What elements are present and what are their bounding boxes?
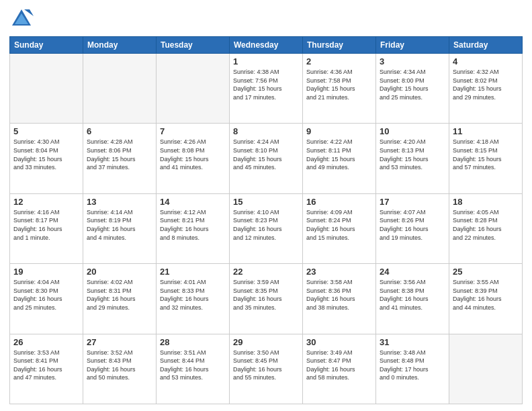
day-number: 25	[453, 267, 519, 277]
logo-icon	[9, 7, 34, 31]
day-number: 17	[380, 197, 445, 207]
calendar-cell: 14Sunrise: 4:12 AM Sunset: 8:21 PM Dayli…	[157, 193, 230, 263]
day-info: Sunrise: 4:18 AM Sunset: 8:15 PM Dayligh…	[453, 138, 519, 171]
day-number: 24	[380, 267, 445, 277]
day-number: 23	[306, 267, 372, 277]
day-info: Sunrise: 4:05 AM Sunset: 8:28 PM Dayligh…	[453, 208, 519, 242]
page: SundayMondayTuesdayWednesdayThursdayFrid…	[0, 0, 532, 411]
calendar-cell: 26Sunrise: 3:53 AM Sunset: 8:41 PM Dayli…	[10, 334, 83, 404]
day-number: 18	[453, 197, 519, 207]
calendar-cell: 21Sunrise: 4:01 AM Sunset: 8:33 PM Dayli…	[157, 264, 230, 334]
week-row-2: 5Sunrise: 4:30 AM Sunset: 8:04 PM Daylig…	[10, 124, 523, 193]
header-row: SundayMondayTuesdayWednesdayThursdayFrid…	[10, 37, 523, 54]
day-number: 5	[13, 126, 79, 136]
day-info: Sunrise: 4:10 AM Sunset: 8:23 PM Dayligh…	[233, 208, 299, 242]
calendar-cell: 25Sunrise: 3:55 AM Sunset: 8:39 PM Dayli…	[449, 264, 523, 334]
calendar-cell: 24Sunrise: 3:56 AM Sunset: 8:38 PM Dayli…	[376, 264, 449, 334]
day-number: 8	[233, 126, 299, 136]
day-info: Sunrise: 4:22 AM Sunset: 8:11 PM Dayligh…	[306, 138, 372, 171]
calendar-cell: 7Sunrise: 4:26 AM Sunset: 8:08 PM Daylig…	[157, 124, 230, 193]
day-info: Sunrise: 4:14 AM Sunset: 8:19 PM Dayligh…	[87, 208, 152, 242]
calendar-cell: 2Sunrise: 4:36 AM Sunset: 7:58 PM Daylig…	[303, 54, 376, 124]
day-header-monday: Monday	[83, 37, 157, 54]
day-info: Sunrise: 3:50 AM Sunset: 8:45 PM Dayligh…	[233, 349, 299, 382]
day-number: 14	[160, 197, 226, 207]
week-row-3: 12Sunrise: 4:16 AM Sunset: 8:17 PM Dayli…	[10, 193, 523, 263]
day-number: 21	[160, 267, 226, 277]
day-header-thursday: Thursday	[303, 37, 376, 54]
svg-marker-2	[24, 9, 34, 16]
day-number: 6	[87, 126, 152, 136]
day-info: Sunrise: 3:58 AM Sunset: 8:36 PM Dayligh…	[306, 278, 372, 312]
day-info: Sunrise: 4:12 AM Sunset: 8:21 PM Dayligh…	[160, 208, 226, 242]
day-info: Sunrise: 4:20 AM Sunset: 8:13 PM Dayligh…	[380, 138, 445, 171]
calendar-cell: 17Sunrise: 4:07 AM Sunset: 8:26 PM Dayli…	[376, 193, 449, 263]
day-info: Sunrise: 4:30 AM Sunset: 8:04 PM Dayligh…	[13, 138, 79, 171]
day-info: Sunrise: 3:48 AM Sunset: 8:48 PM Dayligh…	[380, 349, 445, 382]
day-info: Sunrise: 4:16 AM Sunset: 8:17 PM Dayligh…	[13, 208, 79, 242]
calendar-cell: 31Sunrise: 3:48 AM Sunset: 8:48 PM Dayli…	[376, 334, 449, 404]
day-header-friday: Friday	[376, 37, 449, 54]
day-number: 15	[233, 197, 299, 207]
calendar-cell: 1Sunrise: 4:38 AM Sunset: 7:56 PM Daylig…	[230, 54, 303, 124]
day-number: 1	[233, 56, 299, 66]
calendar-cell: 19Sunrise: 4:04 AM Sunset: 8:30 PM Dayli…	[10, 264, 83, 334]
calendar-cell: 27Sunrise: 3:52 AM Sunset: 8:43 PM Dayli…	[83, 334, 157, 404]
calendar-cell	[10, 54, 83, 124]
calendar-cell: 4Sunrise: 4:32 AM Sunset: 8:02 PM Daylig…	[449, 54, 523, 124]
day-number: 22	[233, 267, 299, 277]
calendar-cell: 5Sunrise: 4:30 AM Sunset: 8:04 PM Daylig…	[10, 124, 83, 193]
day-number: 10	[380, 126, 445, 136]
day-number: 3	[380, 56, 445, 66]
day-number: 2	[306, 56, 372, 66]
day-info: Sunrise: 3:51 AM Sunset: 8:44 PM Dayligh…	[160, 349, 226, 382]
day-number: 20	[87, 267, 152, 277]
calendar-cell: 29Sunrise: 3:50 AM Sunset: 8:45 PM Dayli…	[230, 334, 303, 404]
day-info: Sunrise: 4:32 AM Sunset: 8:02 PM Dayligh…	[453, 68, 519, 101]
calendar-cell: 12Sunrise: 4:16 AM Sunset: 8:17 PM Dayli…	[10, 193, 83, 263]
day-info: Sunrise: 4:07 AM Sunset: 8:26 PM Dayligh…	[380, 208, 445, 242]
day-info: Sunrise: 3:52 AM Sunset: 8:43 PM Dayligh…	[87, 349, 152, 382]
day-header-sunday: Sunday	[10, 37, 83, 54]
calendar-cell: 28Sunrise: 3:51 AM Sunset: 8:44 PM Dayli…	[157, 334, 230, 404]
day-info: Sunrise: 3:53 AM Sunset: 8:41 PM Dayligh…	[13, 349, 79, 382]
calendar-cell: 22Sunrise: 3:59 AM Sunset: 8:35 PM Dayli…	[230, 264, 303, 334]
day-number: 4	[453, 56, 519, 66]
day-number: 30	[306, 337, 372, 347]
calendar-cell: 13Sunrise: 4:14 AM Sunset: 8:19 PM Dayli…	[83, 193, 157, 263]
day-header-tuesday: Tuesday	[157, 37, 230, 54]
week-row-1: 1Sunrise: 4:38 AM Sunset: 7:56 PM Daylig…	[10, 54, 523, 124]
day-number: 16	[306, 197, 372, 207]
day-number: 29	[233, 337, 299, 347]
day-info: Sunrise: 4:38 AM Sunset: 7:56 PM Dayligh…	[233, 68, 299, 101]
day-number: 27	[87, 337, 152, 347]
day-info: Sunrise: 3:59 AM Sunset: 8:35 PM Dayligh…	[233, 278, 299, 312]
day-number: 26	[13, 337, 79, 347]
day-number: 7	[160, 126, 226, 136]
day-info: Sunrise: 4:02 AM Sunset: 8:31 PM Dayligh…	[87, 278, 152, 312]
day-number: 19	[13, 267, 79, 277]
calendar-cell: 30Sunrise: 3:49 AM Sunset: 8:47 PM Dayli…	[303, 334, 376, 404]
day-info: Sunrise: 4:01 AM Sunset: 8:33 PM Dayligh…	[160, 278, 226, 312]
week-row-5: 26Sunrise: 3:53 AM Sunset: 8:41 PM Dayli…	[10, 334, 523, 404]
day-info: Sunrise: 4:09 AM Sunset: 8:24 PM Dayligh…	[306, 208, 372, 242]
day-info: Sunrise: 4:04 AM Sunset: 8:30 PM Dayligh…	[13, 278, 79, 312]
calendar-cell	[157, 54, 230, 124]
day-info: Sunrise: 4:34 AM Sunset: 8:00 PM Dayligh…	[380, 68, 445, 101]
day-header-wednesday: Wednesday	[230, 37, 303, 54]
calendar-cell	[449, 334, 523, 404]
day-number: 31	[380, 337, 445, 347]
day-number: 9	[306, 126, 372, 136]
logo	[9, 7, 36, 31]
day-info: Sunrise: 4:26 AM Sunset: 8:08 PM Dayligh…	[160, 138, 226, 171]
day-header-saturday: Saturday	[449, 37, 523, 54]
calendar-cell: 23Sunrise: 3:58 AM Sunset: 8:36 PM Dayli…	[303, 264, 376, 334]
day-number: 13	[87, 197, 152, 207]
calendar-cell: 20Sunrise: 4:02 AM Sunset: 8:31 PM Dayli…	[83, 264, 157, 334]
day-info: Sunrise: 4:36 AM Sunset: 7:58 PM Dayligh…	[306, 68, 372, 101]
day-info: Sunrise: 3:56 AM Sunset: 8:38 PM Dayligh…	[380, 278, 445, 312]
calendar-cell: 15Sunrise: 4:10 AM Sunset: 8:23 PM Dayli…	[230, 193, 303, 263]
calendar-cell: 18Sunrise: 4:05 AM Sunset: 8:28 PM Dayli…	[449, 193, 523, 263]
calendar-cell: 10Sunrise: 4:20 AM Sunset: 8:13 PM Dayli…	[376, 124, 449, 193]
day-number: 12	[13, 197, 79, 207]
